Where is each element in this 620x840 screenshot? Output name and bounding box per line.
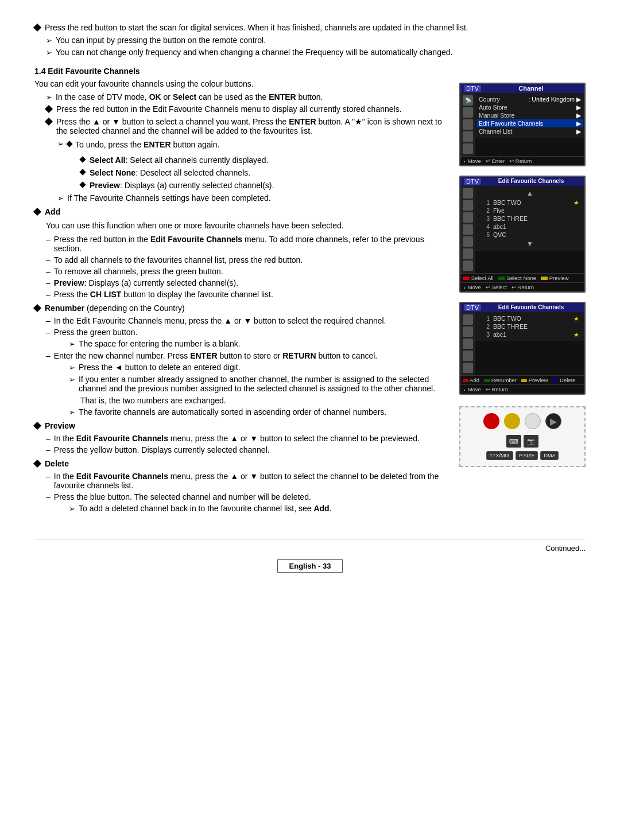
continued-text: Continued... [34,544,586,553]
circle-button-1 [525,413,541,429]
psize-button: P.SIZE [516,451,538,460]
left-column: 1.4 Edit Favourite Channels You can edit… [34,60,448,516]
keyboard-icon: ⌨ [506,435,521,448]
delete-heading: Delete [34,459,448,468]
dma-button: DMA [540,451,559,460]
camera-icon: 📷 [524,435,538,448]
diamond-icon-2 [45,105,53,113]
preview-heading: Preview [34,421,448,430]
page-footer: Continued... English - 33 [34,539,586,573]
diamond-icon [33,24,41,32]
diamond-icon-3 [45,118,53,126]
sub-select-none: Select None: Deselect all selected chann… [80,168,448,177]
section-1-4-intro: You can edit your favourite channels usi… [34,78,448,90]
right-column: DTV Channel 📡 Country [459,83,586,516]
sub-bullets-group-1: ➢ To undo, press the ENTER button again.… [57,139,448,203]
sub-select-all: Select All: Select all channels currentl… [80,155,448,165]
red-button [483,413,499,429]
arrow-icon: ➢ [46,36,52,45]
diamond-bullet-updown: Press the ▲ or ▼ button to select a chan… [46,117,448,135]
diamond-icon-renumber [33,304,41,312]
renumber-bullets: – In the Edit Favourite Channels menu, p… [46,316,448,417]
preview-bullets: – In the Edit Favourite Channels menu, p… [46,434,448,454]
arrow-icon-2: ➢ [46,48,52,57]
diamond-icon-delete [33,460,41,468]
intro-section: Press the red button to start the scan f… [34,23,586,57]
tv-screen-1: DTV Channel 📡 Country [459,83,586,166]
tv-screen-2: DTV Edit Favourite Channels ▲ [459,176,586,293]
diamond-icon-preview [33,422,41,430]
page-number: English - 33 [277,559,343,573]
tv-screen-3: DTV Edit Favourite Channels 1 BBC TWO [459,302,586,395]
arrow-sub-2: ➢ If The Favourite Channels settings hav… [57,193,448,203]
intro-bullet-1: Press the red button to start the scan f… [34,23,586,32]
add-bullets: – Press the red button in the Edit Favou… [46,235,448,299]
section-1-4-heading: 1.4 Edit Favourite Channels [34,67,448,76]
main-content: 1.4 Edit Favourite Channels You can edit… [34,60,586,516]
diamond-icon-4 [79,157,86,163]
diamond-icon-6 [79,182,86,188]
ttxmix-button: TTX/MIX [486,451,514,460]
diamond-icon-5 [79,169,86,176]
add-section-heading: Add [34,207,448,216]
intro-bullet-3: ➢ You can not change only frequency and … [46,48,586,57]
arrow-sub-1: ➢ To undo, press the ENTER button again. [57,139,448,153]
page-number-container: English - 33 [34,559,586,573]
arrow-bullet-dtv: ➢ In the case of DTV mode, OK or Select … [46,92,448,102]
remote-control-image: ▶ ⌨ 📷 TTX/MIX P.SIZE DMA [459,406,586,467]
intro-bullet-2: ➢ You can input by pressing the button o… [46,36,586,45]
yellow-button [504,413,520,429]
diamond-icon-add [33,208,41,216]
renumber-heading: Renumber (depending on the Country) [34,304,448,313]
delete-bullets: – In the Edit Favourite Channels menu, p… [46,472,448,513]
add-intro: You can use this function when one or mo… [46,220,448,231]
sub-preview-1: Preview: Displays (a) currently selected… [80,181,448,190]
dark-button: ▶ [545,413,561,429]
diamond-bullet-red: Press the red button in the Edit Favouri… [46,104,448,114]
